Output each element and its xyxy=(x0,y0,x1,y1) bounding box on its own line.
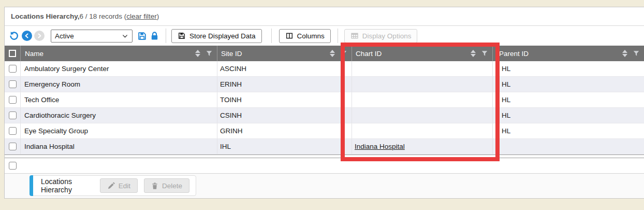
select-all-checkbox[interactable] xyxy=(5,46,20,61)
column-header-label: Name xyxy=(24,50,195,58)
column-header-label: Site ID xyxy=(221,50,330,58)
empty-checkbox-row xyxy=(5,158,644,173)
lock-icon[interactable] xyxy=(150,31,159,41)
edit-label: Edit xyxy=(119,182,130,190)
row-checkbox[interactable] xyxy=(5,123,20,138)
delete-button: Delete xyxy=(144,178,189,193)
pencil-icon xyxy=(107,182,115,190)
footer-bar: Locations Hierarchy Edit Delete xyxy=(5,173,644,198)
status-filter-value: Active xyxy=(55,32,74,40)
cell-name: Cardiothoracic Surgery xyxy=(20,108,217,123)
row-checkbox[interactable] xyxy=(5,139,20,154)
cell-chart-id xyxy=(352,123,492,138)
record-count-suffix: ) xyxy=(157,12,159,20)
status-filter-select[interactable]: Active xyxy=(51,30,133,43)
row-checkbox[interactable] xyxy=(5,61,20,76)
row-checkbox[interactable] xyxy=(5,92,20,107)
checkbox-icon xyxy=(9,127,17,135)
table-row[interactable]: Cardiothoracic Surgery CSINH HL xyxy=(5,108,644,123)
table-body: Ambulatory Surgery Center ASCINH HL Emer… xyxy=(5,61,644,155)
cell-chart-id xyxy=(352,77,492,92)
cell-name: Indiana Hospital xyxy=(20,139,217,154)
filter-icon[interactable] xyxy=(633,50,640,57)
page-title: Locations Hierarchy, xyxy=(11,12,80,20)
table-row[interactable]: Eye Specialty Group GRINH HL xyxy=(5,123,644,139)
store-displayed-data-label: Store Displayed Data xyxy=(189,32,256,40)
cell-name: Tech Office xyxy=(20,92,217,107)
checkbox-icon xyxy=(9,162,17,170)
row-checkbox[interactable] xyxy=(5,108,20,123)
cell-site-id: ASCINH xyxy=(217,61,352,76)
checkbox-icon xyxy=(9,65,17,73)
table-row[interactable]: Tech Office TOINH HL xyxy=(5,92,644,108)
record-count: 6 / 18 records ( xyxy=(80,12,127,20)
cell-site-id: GRINH xyxy=(217,123,352,138)
store-displayed-data-button[interactable]: Store Displayed Data xyxy=(171,29,262,43)
accent-bar xyxy=(30,175,33,196)
cell-name: Emergency Room xyxy=(20,77,217,92)
toolbar-separator xyxy=(271,29,272,43)
cell-parent-id: HL xyxy=(492,108,644,123)
chevron-down-icon xyxy=(122,33,128,39)
table-grid-icon xyxy=(350,32,359,40)
trash-icon xyxy=(151,182,158,190)
cell-site-id: ERINH xyxy=(217,77,352,92)
table-footer-separator xyxy=(5,155,644,158)
checkbox-icon xyxy=(9,50,16,57)
cell-site-id: CSINH xyxy=(217,108,352,123)
checkbox-icon xyxy=(9,143,17,150)
edit-button: Edit xyxy=(100,178,138,193)
sort-icon[interactable] xyxy=(330,50,335,57)
cell-parent-id xyxy=(492,139,644,154)
columns-button[interactable]: Columns xyxy=(279,29,331,43)
display-options-button: Display Options xyxy=(344,29,418,43)
filter-icon[interactable] xyxy=(206,50,213,57)
chart-id-link[interactable]: Indiana Hospital xyxy=(355,143,405,150)
display-options-label: Display Options xyxy=(362,32,412,40)
filter-icon[interactable] xyxy=(481,50,488,57)
back-icon[interactable] xyxy=(22,31,32,41)
column-header-parent-id[interactable]: Parent ID xyxy=(492,46,644,61)
table-header-row: Name Site ID Chart ID Parent ID xyxy=(5,46,644,61)
table-row[interactable]: Indiana Hospital IHL Indiana Hospital xyxy=(5,139,644,155)
sort-icon[interactable] xyxy=(471,50,476,57)
cell-name: Ambulatory Surgery Center xyxy=(20,61,217,76)
undo-icon[interactable] xyxy=(9,31,19,41)
columns-label: Columns xyxy=(297,32,325,40)
toolbar-separator xyxy=(338,29,338,43)
toolbar-separator xyxy=(166,29,166,43)
row-checkbox[interactable] xyxy=(5,77,20,92)
cell-parent-id: HL xyxy=(492,77,644,92)
cell-chart-id xyxy=(352,61,492,76)
selection-actions-card: Locations Hierarchy Edit Delete xyxy=(30,175,196,196)
checkbox-icon xyxy=(9,96,17,104)
panel-title-bar: Locations Hierarchy, 6 / 18 records (cle… xyxy=(5,7,644,26)
column-header-site-id[interactable]: Site ID xyxy=(217,46,352,61)
column-header-chart-id[interactable]: Chart ID xyxy=(352,46,492,61)
save-icon xyxy=(178,32,186,40)
cell-site-id: IHL xyxy=(217,139,352,154)
table-row[interactable]: Emergency Room ERINH HL xyxy=(5,77,644,92)
column-header-name[interactable]: Name xyxy=(20,46,217,61)
sort-icon[interactable] xyxy=(622,50,627,57)
column-header-label: Chart ID xyxy=(355,50,471,58)
toolbar: Active Store Displayed Data Columns Disp… xyxy=(5,26,644,46)
cell-site-id: TOINH xyxy=(217,92,352,107)
checkbox-icon xyxy=(9,80,17,88)
cell-chart-id: Indiana Hospital xyxy=(352,139,492,154)
cell-parent-id: HL xyxy=(492,92,644,107)
clear-filter-link[interactable]: clear filter xyxy=(126,12,157,20)
delete-label: Delete xyxy=(162,182,182,190)
cell-name: Eye Specialty Group xyxy=(20,123,217,138)
cell-parent-id: HL xyxy=(492,61,644,76)
sort-icon[interactable] xyxy=(195,50,200,57)
cell-chart-id xyxy=(352,108,492,123)
save-icon[interactable] xyxy=(137,31,147,41)
row-checkbox[interactable] xyxy=(5,162,20,170)
checkbox-icon xyxy=(9,111,17,119)
footer-card-title: Locations Hierarchy xyxy=(41,177,93,194)
table-row[interactable]: Ambulatory Surgery Center ASCINH HL xyxy=(5,61,644,77)
filter-icon[interactable] xyxy=(340,50,347,57)
page: { "header": { "title": "Locations Hierar… xyxy=(0,0,644,210)
forward-icon xyxy=(34,31,45,41)
